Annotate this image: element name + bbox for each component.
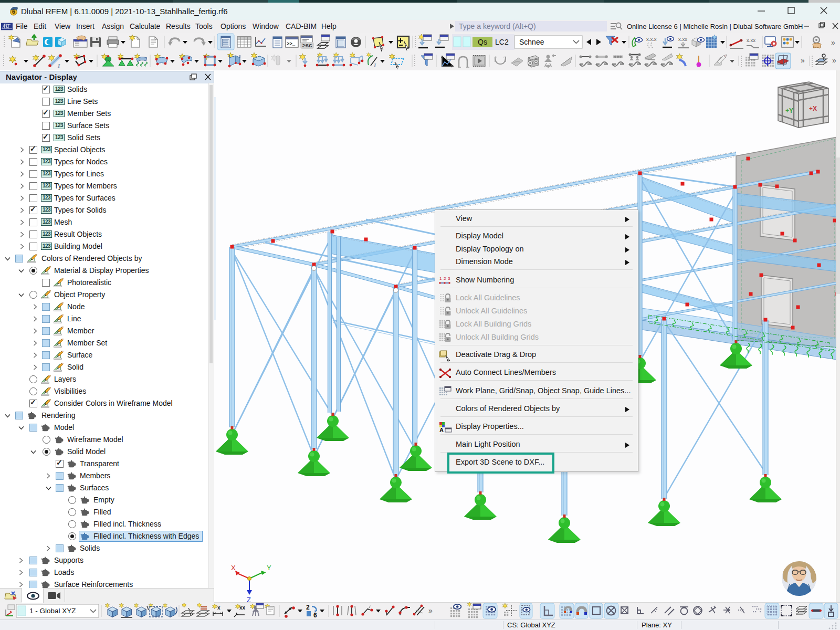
svg-text:1: 1	[439, 276, 442, 281]
svg-text:3: 3	[448, 276, 450, 281]
svg-text:»: »	[428, 606, 433, 615]
svg-text:LC2: LC2	[495, 38, 509, 46]
svg-text:2: 2	[306, 604, 310, 611]
svg-text:x.xx: x.xx	[747, 37, 755, 43]
svg-text:>sc: >sc	[302, 42, 312, 48]
svg-text:Qs: Qs	[478, 38, 487, 46]
svg-text:2: 2	[444, 276, 446, 281]
svg-text:»: »	[831, 38, 835, 47]
svg-text:I: I	[57, 62, 60, 69]
svg-text:+Y: +Y	[785, 107, 793, 114]
svg-text:x: x	[217, 605, 220, 611]
svg-text:1 - Global XYZ: 1 - Global XYZ	[29, 607, 76, 615]
svg-text:Z: Z	[247, 596, 251, 602]
svg-text:X: X	[231, 564, 236, 572]
svg-text:+X: +X	[809, 105, 817, 112]
svg-text:Y: Y	[267, 564, 271, 572]
svg-text:»: »	[832, 56, 836, 65]
svg-text:»: »	[801, 56, 805, 65]
svg-text:x.xx: x.xx	[678, 36, 687, 42]
svg-text:Schnee: Schnee	[519, 38, 544, 46]
svg-text:x.x.x: x.x.x	[646, 36, 657, 42]
svg-text:>>_: >>_	[287, 41, 296, 47]
svg-text:I: I	[373, 62, 376, 68]
svg-text:xx: xx	[239, 605, 246, 611]
svg-text:6: 6	[313, 612, 317, 619]
svg-text:A: A	[439, 427, 444, 433]
